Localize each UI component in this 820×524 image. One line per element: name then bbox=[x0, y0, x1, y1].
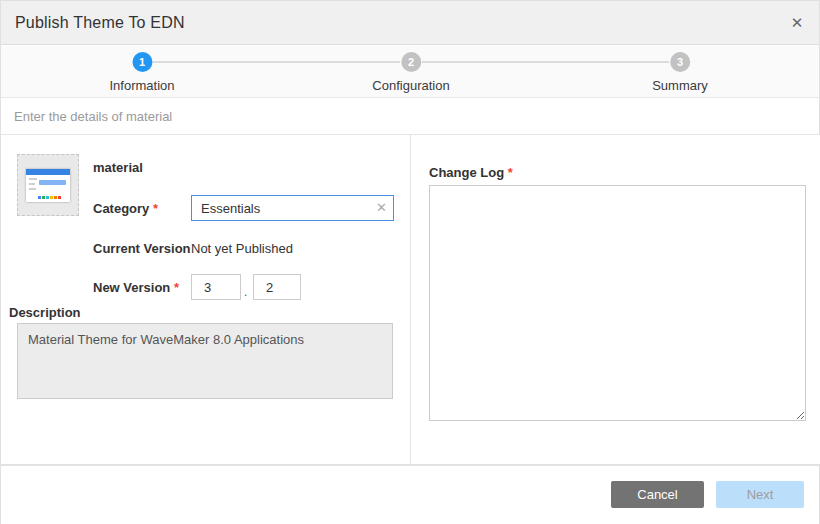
new-version-label: New Version * bbox=[93, 280, 179, 295]
changelog-textarea[interactable] bbox=[429, 185, 806, 421]
step-number-badge: 3 bbox=[670, 52, 690, 72]
required-marker: * bbox=[174, 280, 179, 295]
step-configuration[interactable]: 2 Configuration bbox=[372, 52, 449, 93]
step-number-badge: 2 bbox=[401, 52, 421, 72]
theme-preview-image bbox=[26, 169, 70, 202]
subheader-text: Enter the details of material bbox=[14, 109, 172, 124]
clear-input-icon[interactable]: ✕ bbox=[376, 200, 387, 216]
changelog-panel: Change Log * bbox=[412, 135, 820, 464]
step-connector-line bbox=[153, 61, 400, 63]
category-input[interactable] bbox=[191, 195, 394, 221]
subheader-hint: Enter the details of material bbox=[1, 99, 819, 135]
next-button[interactable]: Next bbox=[716, 481, 804, 508]
step-number-badge: 1 bbox=[132, 52, 152, 72]
dialog-footer: Cancel Next bbox=[1, 466, 819, 524]
step-label: Summary bbox=[652, 78, 708, 93]
description-textarea: Material Theme for WaveMaker 8.0 Applica… bbox=[17, 323, 393, 399]
version-minor-input[interactable] bbox=[253, 274, 301, 300]
theme-thumbnail bbox=[17, 154, 79, 216]
dialog-title: Publish Theme To EDN bbox=[15, 14, 185, 32]
current-version-value: Not yet Published bbox=[191, 241, 293, 256]
step-label: Information bbox=[109, 78, 174, 93]
step-connector-line bbox=[422, 61, 669, 63]
current-version-label: Current Version bbox=[93, 241, 191, 256]
cancel-button[interactable]: Cancel bbox=[611, 481, 704, 508]
information-panel: material Category * ✕ Current Version No… bbox=[1, 135, 411, 464]
wizard-stepper: 1 Information 2 Configuration 3 Summary bbox=[1, 46, 819, 98]
required-marker: * bbox=[153, 201, 158, 216]
version-major-input[interactable] bbox=[191, 274, 241, 300]
description-label: Description bbox=[9, 305, 81, 320]
changelog-label: Change Log * bbox=[429, 165, 513, 180]
close-icon[interactable]: ✕ bbox=[787, 13, 807, 33]
dialog-titlebar: Publish Theme To EDN ✕ bbox=[1, 1, 819, 45]
version-separator: . bbox=[244, 285, 247, 299]
publish-theme-dialog: Publish Theme To EDN ✕ 1 Information 2 C… bbox=[0, 0, 820, 524]
step-label: Configuration bbox=[372, 78, 449, 93]
required-marker: * bbox=[508, 165, 513, 180]
step-information[interactable]: 1 Information bbox=[109, 52, 174, 93]
theme-name: material bbox=[93, 160, 143, 175]
step-summary[interactable]: 3 Summary bbox=[652, 52, 708, 93]
category-label: Category * bbox=[93, 201, 158, 216]
category-field-wrap: ✕ bbox=[191, 195, 394, 221]
dialog-content: material Category * ✕ Current Version No… bbox=[1, 135, 820, 464]
